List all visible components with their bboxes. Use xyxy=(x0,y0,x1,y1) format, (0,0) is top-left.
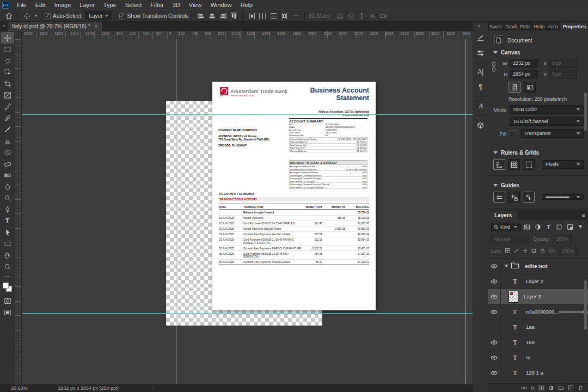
eraser-tool[interactable] xyxy=(1,158,14,169)
zoom-level[interactable]: 20.66% xyxy=(11,385,28,391)
align-left-edges-icon[interactable] xyxy=(195,11,206,21)
dodge-tool[interactable] xyxy=(1,192,14,204)
kind-filter-dropdown[interactable]: Kind xyxy=(491,223,521,231)
filter-type-layers-icon[interactable]: T xyxy=(544,223,553,231)
guide-vertical-left[interactable] xyxy=(176,39,176,384)
panel-tab[interactable]: Swatc xyxy=(488,22,504,31)
panel-tab[interactable]: Gradi xyxy=(504,22,518,31)
visibility-toggle[interactable] xyxy=(488,259,501,273)
frame-tool[interactable] xyxy=(1,89,14,101)
brush-settings-panel-icon[interactable] xyxy=(474,32,487,44)
blur-tool[interactable] xyxy=(1,181,14,192)
menu-item[interactable]: Edit xyxy=(31,1,50,9)
link-layers-icon[interactable] xyxy=(521,385,527,391)
zoom-tool[interactable] xyxy=(1,261,14,272)
bit-depth-dropdown[interactable]: 16 Bits/Channel xyxy=(510,117,584,126)
layer-row[interactable]: T cilla0000000...<<<<<<<<0 d xyxy=(488,304,588,320)
move-tool[interactable] xyxy=(1,32,14,44)
align-right-edges-icon[interactable] xyxy=(217,11,228,21)
character-panel-icon[interactable]: A| xyxy=(474,66,487,78)
distribute-left-edges-icon[interactable] xyxy=(246,11,257,21)
guides-section-header[interactable]: Guides xyxy=(488,179,588,191)
panel-tab[interactable]: Actio xyxy=(546,22,560,31)
expand-panels-icon[interactable]: » xyxy=(477,23,481,29)
crop-tool[interactable] xyxy=(1,78,14,89)
landscape-orientation-button[interactable] xyxy=(524,82,536,93)
align-top-edges-icon[interactable] xyxy=(228,11,239,21)
filter-pixel-layers-icon[interactable] xyxy=(523,223,532,231)
visibility-toggle[interactable] xyxy=(488,350,501,365)
distribute-vertical-centers-icon[interactable] xyxy=(268,11,279,21)
layer-row[interactable]: T Layer 2 xyxy=(488,274,588,289)
ruler-units-dropdown[interactable]: Pixels xyxy=(542,160,584,169)
menu-item[interactable]: View xyxy=(185,1,206,9)
panel-tab[interactable]: Patte xyxy=(518,22,532,31)
home-icon[interactable] xyxy=(3,11,14,21)
align-horizontal-centers-icon[interactable] xyxy=(206,11,217,21)
guide-horizontal-top[interactable] xyxy=(22,114,473,115)
menu-item[interactable]: Window xyxy=(206,1,236,9)
tab-close-icon[interactable]: × xyxy=(95,23,98,29)
brush-tool[interactable] xyxy=(1,124,14,135)
fill-dropdown[interactable]: Transparent xyxy=(520,129,584,138)
3d-panel-icon[interactable] xyxy=(474,119,487,131)
layer-row[interactable]: T 169 xyxy=(488,335,588,350)
document-tab[interactable]: Italy id.psd @ 20.7% (RGB/16) * × xyxy=(8,22,102,31)
show-transform-checkbox[interactable]: ✓ xyxy=(119,13,125,19)
lock-paint-icon[interactable] xyxy=(513,246,519,256)
paragraph-panel-icon[interactable]: ¶ xyxy=(474,81,487,93)
healing-brush-tool[interactable] xyxy=(1,112,14,124)
foreground-color-swatch[interactable] xyxy=(3,283,9,289)
filter-toggle-icon[interactable] xyxy=(576,223,585,231)
visibility-toggle[interactable] xyxy=(488,335,501,350)
guide-style-dropdown[interactable] xyxy=(542,194,584,200)
color-mode-dropdown[interactable]: RGB Color xyxy=(510,105,584,114)
status-options-arrow[interactable]: › xyxy=(152,385,154,391)
height-input[interactable]: 2854 px xyxy=(510,70,538,78)
layers-menu-icon[interactable]: ≡ xyxy=(582,212,585,218)
toggle-rulers-button[interactable] xyxy=(493,159,505,170)
clone-stamp-tool[interactable] xyxy=(1,135,14,146)
constrain-link-icon[interactable] xyxy=(490,61,498,79)
panel-tab[interactable]: Histo xyxy=(532,22,546,31)
move-tool-preset-icon[interactable] xyxy=(21,11,32,21)
type-tool[interactable]: T xyxy=(1,215,14,226)
lock-guides-button[interactable] xyxy=(508,192,520,203)
horizontal-ruler[interactable]: 2000180016001400120010008006004002000200… xyxy=(22,31,473,39)
adjustment-layer-icon[interactable] xyxy=(548,385,554,391)
pen-tool[interactable] xyxy=(1,204,14,215)
layer-row[interactable]: T edite text xyxy=(488,259,588,274)
lasso-tool[interactable] xyxy=(1,55,14,66)
layers-scrollbar[interactable] xyxy=(584,280,587,329)
group-expand-chevron[interactable] xyxy=(504,265,509,267)
menu-item[interactable]: Help xyxy=(236,1,258,9)
filter-smart-objects-icon[interactable] xyxy=(566,223,574,231)
visibility-toggle[interactable] xyxy=(488,304,501,319)
canvas-section-header[interactable]: Canvas xyxy=(488,46,588,58)
layer-mask-icon[interactable] xyxy=(538,385,544,391)
layer-row[interactable]: T m xyxy=(488,350,588,365)
lock-position-icon[interactable] xyxy=(522,246,528,256)
lock-transparency-icon[interactable] xyxy=(505,246,511,256)
distribute-right-edges-icon[interactable] xyxy=(279,11,290,21)
quick-mask-icon[interactable] xyxy=(1,295,14,307)
edit-toolbar-icon[interactable]: ⋯ xyxy=(1,272,14,280)
distribute-horizontal-centers-icon[interactable] xyxy=(257,11,268,21)
layer-effects-icon[interactable]: fx xyxy=(531,385,535,391)
rectangular-marquee-tool[interactable] xyxy=(1,44,14,55)
gradient-tool[interactable] xyxy=(1,169,14,181)
auto-select-checkbox[interactable]: ✓ xyxy=(45,13,51,19)
adjustments-panel-icon[interactable] xyxy=(474,47,487,59)
toggle-grid-button[interactable] xyxy=(508,159,520,170)
menu-item[interactable]: Layer xyxy=(75,1,99,9)
visibility-toggle[interactable] xyxy=(488,274,501,289)
object-selection-tool[interactable] xyxy=(1,66,14,78)
rectangle-tool[interactable] xyxy=(1,238,14,249)
filter-adjustment-layers-icon[interactable] xyxy=(534,223,542,231)
lock-all-icon[interactable] xyxy=(540,246,546,256)
statement-document[interactable]: Amsterdam Trade Bank Member of Alfa-Bank… xyxy=(212,82,376,310)
layers-tab[interactable]: Layers xyxy=(488,211,518,220)
hand-tool[interactable] xyxy=(1,249,14,261)
toggle-pixel-grid-button[interactable] xyxy=(523,159,535,170)
glyphs-panel-icon[interactable]: A xyxy=(474,100,487,112)
